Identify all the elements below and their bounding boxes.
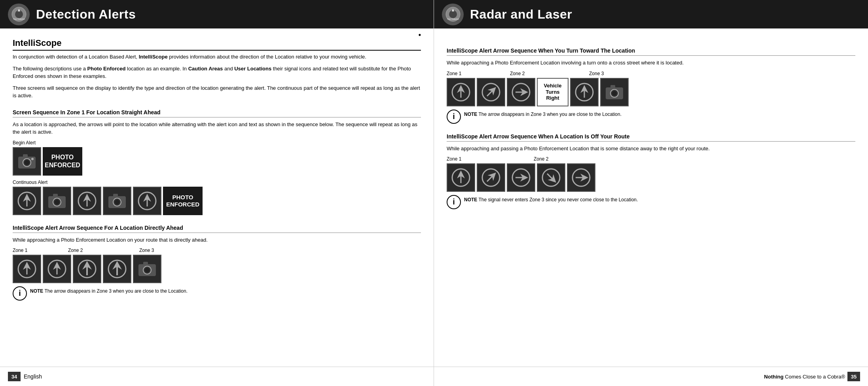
r-z1-arrow-1 [447,78,475,106]
right-section2-para: While approaching and passing a Photo En… [447,145,855,153]
z2-arrow-1 [73,255,101,283]
left-page: Your Detector Detection Alerts IntelliSc… [0,0,434,386]
svg-point-39 [145,268,150,272]
r-z2-arrow-right [507,78,535,106]
svg-point-44 [449,10,457,18]
left-footer: 34 English [0,367,434,386]
right-note-icon-1: i [447,110,461,124]
z2-arrow-2 [103,255,131,283]
arrow-up-box-1 [13,187,41,215]
z1-arrow-1 [13,255,41,283]
right-section1-note-row: i NOTE The arrow disappears in Zone 3 wh… [447,110,855,124]
left-logo: Your Detector [8,4,30,25]
right-note-icon-2: i [447,195,461,209]
note-icon: i [13,286,27,301]
right-section2-title: IntelliScope Alert Arrow Sequence When A… [447,133,855,142]
section2-para: While approaching a Photo Enforcement Lo… [13,236,421,244]
camera-box-2 [43,187,71,215]
camera-icon-box [13,147,41,176]
right-header: Your Detector Radar and Laser [434,0,868,28]
left-header: Your Detector Detection Alerts [0,0,434,28]
svg-line-75 [547,174,552,179]
left-page-number: 34 [8,372,21,381]
vehicle-turns-box: Vehicle Turns Right [537,78,569,106]
svg-rect-6 [23,154,28,157]
svg-point-7 [31,158,34,160]
section2-note-row: i NOTE The arrow disappears in Zone 3 wh… [13,286,421,301]
footer-nothing: Nothing Comes Close to a Cobra® [764,374,845,380]
right-section1-icons: Vehicle Turns Right [447,78,855,106]
intro-para2: The following descriptions use a Photo E… [13,65,421,80]
section2-icons [13,255,421,283]
photo-enforced-2: PHOTOENFORCED [163,187,203,215]
continuous-alert-sequence: PHOTOENFORCED [13,187,421,215]
svg-rect-21 [113,194,118,197]
r2-z2-arrow-3 [567,163,595,192]
begin-alert-sequence: PHOTOENFORCED [13,147,421,176]
r2-z2-arrow-2 [537,163,565,192]
svg-point-1 [15,10,23,18]
right-header-title: Radar and Laser [470,7,572,22]
svg-line-69 [487,176,492,182]
svg-text:i: i [453,112,455,121]
intelliscope-title: IntelliScope • [13,38,421,51]
right-logo: Your Detector [442,4,464,25]
photo-enforced-label: PHOTOENFORCED [43,147,82,176]
left-header-title: Detection Alerts [36,7,136,22]
section2-zone-labels: Zone 1 Zone 2 Zone 3 [13,248,421,253]
r-z3-arrow [570,78,599,106]
right-page: Your Detector Radar and Laser IntelliSco… [434,0,868,386]
right-footer: Nothing Comes Close to a Cobra® 35 [434,367,868,386]
intro-para3: Three screens will sequence on the displ… [13,84,421,100]
right-page-number: 35 [847,372,860,381]
left-footer-left: 34 English [8,372,42,381]
svg-text:Your Detector: Your Detector [447,18,459,20]
r-z2-arrow-diag [477,78,505,106]
svg-point-20 [115,200,119,204]
arrow-up-box-2 [73,187,101,215]
svg-rect-14 [53,194,58,197]
svg-rect-61 [610,85,615,88]
r2-z1-arrow-1 [447,163,475,192]
right-section2-note-text: NOTE The signal never enters Zone 3 sinc… [464,195,638,203]
right-section1-title: IntelliScope Alert Arrow Sequence When Y… [447,47,855,56]
right-section2-zones: Zone 1 Zone 2 [447,156,855,162]
right-content: IntelliScope Alert Arrow Sequence When Y… [434,28,868,367]
svg-point-13 [55,200,59,204]
svg-text:i: i [19,289,21,297]
begin-alert-label: Begin Alert [13,140,421,146]
z1-arrow-2 [43,255,71,283]
right-section1-para: While approaching a Photo Enforcement Lo… [447,59,855,67]
section2-note-text: NOTE The arrow disappears in Zone 3 when… [30,286,188,295]
svg-point-60 [612,91,617,96]
right-footer-right: Nothing Comes Close to a Cobra® 35 [764,372,860,381]
footer-language: English [24,373,42,380]
r-z3-camera [600,78,629,106]
intro-para1: In conjunction with detection of a Locat… [13,53,421,61]
right-section2-icons [447,163,855,192]
right-section1-note-text: NOTE The arrow disappears in Zone 3 when… [464,110,622,118]
svg-point-5 [25,160,29,165]
right-section1-zones: Zone 1 Zone 2 Zone 3 [447,71,855,76]
left-content: IntelliScope • In conjunction with detec… [0,28,434,367]
section1-title: Screen Sequence In Zone 1 For Location S… [13,109,421,117]
camera-box-3 [103,187,131,215]
continuous-alert-label: Continuous Alert [13,180,421,185]
r2-z1-arrow-2 [477,163,505,192]
section2-title: IntelliScope Alert Arrow Sequence For A … [13,225,421,233]
page-container: Your Detector Detection Alerts IntelliSc… [0,0,868,386]
svg-line-51 [487,91,492,96]
r2-z2-arrow-1 [507,163,535,192]
arrow-up-box-3 [133,187,161,215]
section1-para: As a location is approached, the arrows … [13,121,421,136]
z3-camera [133,255,161,283]
svg-text:Your Detector: Your Detector [13,18,25,20]
svg-rect-40 [143,262,148,265]
right-section2-note-row: i NOTE The signal never enters Zone 3 si… [447,195,855,209]
svg-text:i: i [453,197,455,206]
